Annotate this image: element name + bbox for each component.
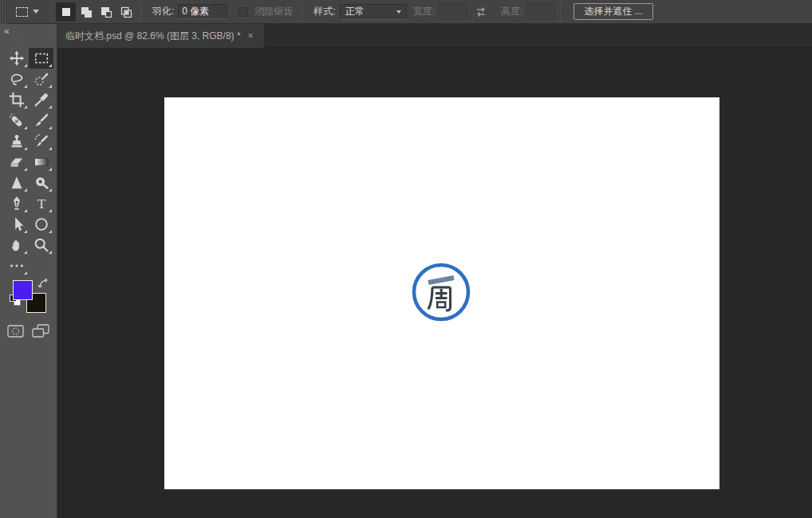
options-bar-grip[interactable] — [0, 0, 6, 24]
anti-alias-checkbox[interactable] — [238, 7, 248, 17]
width-input[interactable] — [439, 4, 467, 19]
canvas[interactable]: 一 周 — [164, 97, 719, 489]
ellipse-tool-icon — [33, 216, 50, 233]
subtract-from-selection-button[interactable] — [96, 2, 116, 22]
eyedropper-tool-icon — [33, 91, 50, 109]
path-selection-tool[interactable] — [4, 214, 29, 235]
quick-mask-icon — [7, 325, 24, 338]
tools-grid: T — [4, 48, 53, 276]
ellipse-tool[interactable] — [29, 214, 53, 235]
swap-colors-button[interactable] — [37, 278, 49, 292]
tool-panel: « — [0, 24, 57, 518]
height-input[interactable] — [526, 4, 555, 19]
rectangular-marquee-tool-icon — [33, 49, 50, 67]
brush-tool[interactable] — [29, 110, 53, 131]
chevron-down-icon — [33, 10, 39, 14]
add-to-selection-icon — [79, 5, 93, 19]
hand-tool-icon — [8, 236, 26, 254]
sharpen-tool[interactable] — [4, 172, 29, 193]
new-selection-icon — [59, 5, 73, 19]
add-to-selection-button[interactable] — [76, 2, 96, 22]
intersect-selection-icon — [119, 5, 133, 19]
lasso-tool[interactable] — [4, 69, 29, 89]
clone-stamp-tool[interactable] — [4, 131, 29, 152]
width-label: 宽度: — [413, 5, 435, 18]
spot-healing-brush-tool[interactable] — [4, 110, 29, 131]
subtract-from-selection-icon — [99, 5, 113, 19]
separator — [302, 2, 302, 22]
zoom-tool[interactable] — [29, 235, 53, 255]
feather-input[interactable] — [178, 4, 227, 19]
rectangular-marquee-icon — [16, 7, 28, 17]
document-tab[interactable]: 临时文档.psd @ 82.6% (图层 3, RGB/8) * × — [57, 24, 265, 48]
dodge-tool-icon — [33, 174, 50, 192]
brush-tool-icon — [33, 112, 50, 129]
logo-top-char: 一 — [475, 259, 475, 259]
height-label: 高度: — [501, 5, 522, 18]
tool-preset-button[interactable] — [10, 2, 45, 22]
crop-tool-icon — [8, 91, 26, 109]
quick-selection-tool-icon — [33, 70, 50, 88]
quick-mask-mode-button[interactable] — [7, 325, 24, 341]
zoom-tool-icon — [33, 236, 50, 254]
swap-colors-icon — [37, 278, 49, 290]
intersect-selection-button[interactable] — [116, 2, 136, 22]
spot-healing-brush-tool-icon — [8, 112, 26, 129]
feather-label: 羽化: — [152, 5, 174, 18]
logo-artwork: 一 周 — [408, 259, 475, 326]
pen-tool-icon — [8, 195, 26, 212]
eraser-tool-icon — [8, 153, 26, 171]
chevron-down-icon — [396, 10, 401, 14]
circle-logo-icon — [408, 259, 475, 326]
sharpen-tool-icon — [8, 174, 26, 192]
eyedropper-tool[interactable] — [29, 89, 53, 110]
style-selected-value: 正常 — [345, 5, 365, 18]
foreground-color-swatch[interactable] — [13, 280, 33, 300]
edit-toolbar-icon — [8, 257, 26, 275]
type-tool-icon: T — [33, 195, 50, 212]
pen-tool[interactable] — [4, 193, 29, 214]
move-tool-icon — [8, 49, 26, 67]
new-selection-button[interactable] — [56, 2, 76, 22]
clone-stamp-tool-icon — [8, 132, 26, 150]
logo-main-char: 周 — [475, 259, 475, 259]
collapse-panel-button[interactable]: « — [4, 26, 9, 37]
photoshop-window: { "options_bar": { "tool_preset_icon": "… — [0, 0, 812, 518]
tools-grid-spacer — [29, 255, 53, 276]
separator — [560, 2, 561, 22]
style-select[interactable]: 正常 — [340, 4, 407, 20]
svg-text:T: T — [37, 196, 45, 212]
crop-tool[interactable] — [4, 89, 29, 110]
separator — [140, 2, 141, 22]
style-label: 样式: — [313, 5, 335, 18]
document-tab-title: 临时文档.psd @ 82.6% (图层 3, RGB/8) * — [65, 30, 241, 43]
tool-panel-grip[interactable] — [14, 38, 44, 42]
type-tool[interactable]: T — [29, 193, 53, 214]
screen-mode-button[interactable] — [32, 324, 49, 341]
history-brush-tool-icon — [33, 132, 50, 150]
swap-width-height-icon — [474, 6, 488, 18]
document-tab-bar: 临时文档.psd @ 82.6% (图层 3, RGB/8) * × — [57, 24, 812, 48]
edit-toolbar-button[interactable] — [4, 255, 29, 276]
hand-tool[interactable] — [4, 235, 29, 255]
options-bar: 羽化: 消除锯齿 样式: 正常 宽度: 高度: 选择并遮住 ... — [0, 0, 812, 24]
history-brush-tool[interactable] — [29, 131, 53, 152]
quick-selection-tool[interactable] — [29, 69, 53, 89]
lasso-tool-icon — [8, 70, 26, 88]
close-tab-icon[interactable]: × — [248, 30, 254, 42]
screen-mode-icon — [32, 324, 49, 338]
eraser-tool[interactable] — [4, 152, 29, 172]
anti-alias-label: 消除锯齿 — [254, 5, 293, 18]
select-and-mask-button[interactable]: 选择并遮住 ... — [574, 3, 652, 20]
separator — [50, 2, 51, 22]
gradient-tool-icon — [33, 153, 50, 171]
swap-width-height-button[interactable] — [474, 6, 488, 18]
gradient-tool[interactable] — [29, 152, 53, 172]
dodge-tool[interactable] — [29, 172, 53, 193]
path-selection-tool-icon — [8, 216, 26, 233]
document-workspace: 一 周 — [57, 48, 812, 518]
rectangular-marquee-tool[interactable] — [29, 48, 53, 69]
move-tool[interactable] — [4, 48, 29, 69]
